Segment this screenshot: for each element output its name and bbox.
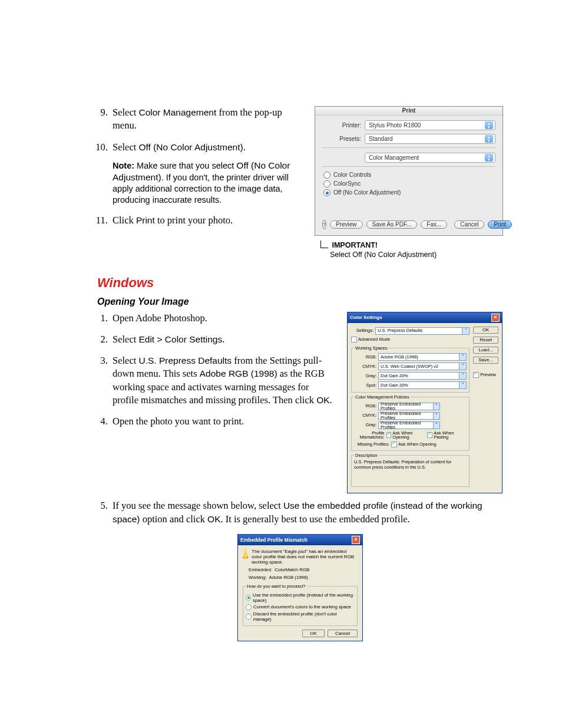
step-text: . [330, 394, 332, 406]
checkbox-icon [427, 432, 432, 438]
check-missing-open[interactable]: Ask When Opening [391, 442, 437, 447]
cmp-group: Color Management Policies RGB:Preserve E… [351, 395, 470, 451]
help-button[interactable]: ? [322, 220, 326, 229]
ws-select[interactable]: U.S. Web Coated (SWOP) v2˅ [378, 363, 467, 370]
preview-button[interactable]: Preview [330, 220, 363, 229]
cmp-select[interactable]: Preserve Embedded Profiles˅ [378, 403, 440, 410]
select-value: Color Management [369, 155, 419, 161]
step-text: . [222, 334, 224, 345]
ws-row: RGB:Adobe RGB (1998)˅ [354, 353, 467, 361]
chevron-down-icon: ˅ [433, 422, 439, 429]
select-value: Stylus Photo R1800 [369, 123, 421, 129]
ok-button[interactable]: OK [473, 327, 498, 334]
working-info: Working: Adobe RGB (1998) [243, 575, 358, 580]
close-button[interactable]: × [352, 536, 360, 544]
radio-label: Off (No Color Adjustment) [333, 190, 401, 196]
callout: IMPORTANT! Select Off (No Color Adjustme… [330, 241, 503, 260]
printer-label: Printer: [322, 123, 365, 129]
dialog-footer: OK Cancel [243, 630, 358, 637]
chevron-down-icon: ˅ [459, 373, 466, 379]
radio-icon [323, 189, 330, 196]
working-label: Working: [249, 575, 267, 580]
working-spaces-group: Working Spaces RGB:Adobe RGB (1998)˅ CMY… [351, 346, 470, 393]
select-value: Dot Gain 20% [381, 374, 408, 378]
section-heading-windows: Windows [97, 275, 503, 291]
select-value: U.S. Prepress Defaults [378, 328, 422, 333]
presets-select[interactable]: Standard ▴▾ [365, 134, 495, 144]
load-button[interactable]: Load... [473, 347, 498, 354]
section-select[interactable]: Color Management ▴▾ [365, 153, 495, 163]
winsteps-col: Open Adobe Photoshop. Select Edit > Colo… [97, 312, 335, 494]
radio-off-no-color[interactable]: Off (No Color Adjustment) [323, 189, 495, 196]
step-text: Select [113, 107, 138, 118]
save-as-pdf-button[interactable]: Save As PDF... [366, 220, 418, 229]
note-label: Note: [113, 161, 134, 170]
ws-select[interactable]: Dot Gain 20%˅ [378, 372, 467, 380]
message-text: The document "Eagle.psd" has an embedded… [252, 549, 358, 565]
cmp-select[interactable]: Preserve Embedded Profiles˅ [378, 421, 440, 429]
check-label: Ask When Opening [392, 431, 425, 440]
dialog-title: Print [315, 107, 503, 116]
ok-button[interactable]: OK [302, 630, 325, 637]
step-list-windows: Open Adobe Photoshop. Select Edit > Colo… [97, 312, 335, 429]
step-5: If you see the message shown below, sele… [110, 499, 503, 526]
settings-label: Settings: [351, 328, 375, 333]
reset-button[interactable]: Reset [473, 337, 498, 344]
note-text: Make sure that you select [134, 161, 236, 170]
ui-ref: Print [136, 215, 155, 225]
windows-section: Open Adobe Photoshop. Select Edit > Colo… [97, 312, 503, 494]
settings-select[interactable]: U.S. Prepress Defaults˅ [375, 327, 470, 335]
cancel-button[interactable]: Cancel [328, 630, 358, 637]
ws-label: RGB: [354, 355, 378, 360]
cmp-label: RGB: [354, 404, 378, 409]
checkbox-icon [386, 432, 392, 438]
checkbox-icon [473, 372, 479, 378]
radio-colorsync[interactable]: ColorSync [323, 180, 495, 187]
dialog-title-bar: Color Settings × [348, 312, 502, 323]
radio-label: Use the embedded profile (instead of the… [253, 592, 355, 603]
checkbox-icon [391, 442, 397, 447]
ws-label: CMYK: [354, 364, 378, 369]
step-text: If you see the message shown below, sele… [113, 500, 283, 511]
close-button[interactable]: × [491, 314, 500, 322]
group-legend: Working Spaces [354, 346, 388, 351]
cancel-button[interactable]: Cancel [454, 220, 484, 229]
chevron-down-icon: ˅ [433, 403, 439, 410]
ws-select[interactable]: Dot Gain 20%˅ [378, 381, 467, 389]
working-value: Adobe RGB (1998) [269, 575, 308, 580]
select-value: Preserve Embedded Profiles [381, 411, 433, 420]
dialog-left: Settings: U.S. Prepress Defaults˅ Advanc… [351, 327, 470, 490]
select-value: Adobe RGB (1998) [381, 355, 418, 360]
save-button[interactable]: Save... [473, 357, 498, 364]
step-3: Select U.S. Prepress Defaults from the S… [110, 354, 335, 407]
cmp-row: RGB:Preserve Embedded Profiles˅ [354, 403, 467, 410]
check-ask-paste[interactable]: Ask When Pasting [427, 431, 464, 440]
color-settings-dialog: Color Settings × Settings: U.S. Prepress… [347, 312, 503, 494]
embedded-label: Embedded: [249, 567, 272, 572]
ws-label: Gray: [354, 374, 378, 378]
radio-discard[interactable]: Discard the embedded profile (don't colo… [246, 611, 355, 622]
select-value: Dot Gain 20% [381, 383, 408, 388]
radio-convert[interactable]: Convert document's colors to the working… [246, 604, 355, 610]
chevron-down-icon: ˅ [459, 363, 466, 370]
presets-row: Presets: Standard ▴▾ [322, 134, 495, 144]
chevron-updown-icon: ▴▾ [485, 121, 493, 129]
ui-ref: OK [316, 395, 329, 405]
radio-use-embedded[interactable]: Use the embedded profile (instead of the… [246, 592, 355, 603]
preview-check[interactable]: Preview [473, 372, 496, 378]
dialog-title: Embedded Profile Mismatch [240, 537, 308, 543]
ui-ref: Adobe RGB (1998) [200, 368, 277, 378]
check-ask-open[interactable]: Ask When Opening [386, 431, 425, 440]
presets-label: Presets: [322, 136, 365, 142]
fax-button[interactable]: Fax... [421, 220, 447, 229]
callout-line-icon [320, 241, 328, 248]
printer-select[interactable]: Stylus Photo R1800 ▴▾ [365, 120, 495, 130]
radio-label: Discard the embedded profile (don't colo… [253, 611, 355, 622]
cmp-select[interactable]: Preserve Embedded Profiles˅ [378, 412, 440, 420]
ws-select[interactable]: Adobe RGB (1998)˅ [378, 353, 467, 361]
proceed-group: How do you want to proceed? Use the embe… [243, 584, 358, 626]
radio-color-controls[interactable]: Color Controls [323, 172, 495, 179]
print-button[interactable]: Print [488, 220, 512, 229]
advanced-mode-check[interactable]: Advanced Mode [351, 337, 390, 342]
mac-print-dialog: Print Printer: Stylus Photo R1800 ▴▾ Pre… [315, 106, 503, 236]
